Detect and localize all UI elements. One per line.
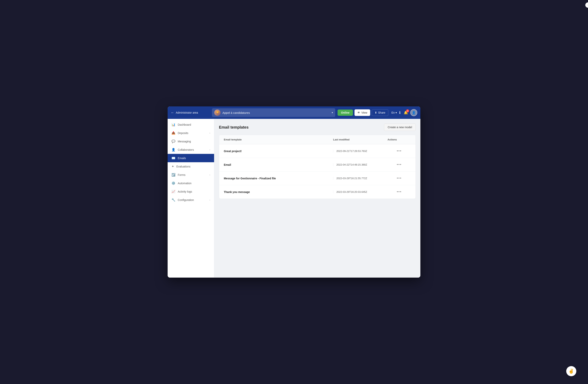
emails-icon: ✉️ (171, 156, 175, 160)
chat-bubble[interactable]: ✌️ (566, 366, 576, 376)
dashboard-icon: 📊 (171, 123, 175, 127)
project-name: Appel à candidatures (222, 111, 250, 114)
sidebar-item-label: Forms (178, 173, 186, 176)
last-modified: 2022-04-22T14:48:15.380Z (333, 163, 388, 166)
activity-logs-icon: 📈 (171, 190, 175, 193)
share-button[interactable]: ⬆ Share (372, 109, 388, 116)
sidebar-item-label: Emails (178, 157, 186, 160)
last-modified: 2022-09-21T17:26:53.763Z (333, 149, 388, 152)
email-templates-table: Email template Last modified Actions Gre… (219, 135, 416, 199)
template-name: Message for Gestionnaire - Finalized fil… (224, 177, 333, 180)
row-actions: ••• (388, 162, 411, 168)
sidebar-item-forms[interactable]: ☑️ Forms › (168, 171, 214, 179)
share-icon: ⬆ (375, 111, 377, 114)
template-name: Email (224, 163, 333, 166)
sidebar-item-label: Deposits (178, 131, 188, 135)
chevron-right-icon: › (210, 173, 210, 176)
user-avatar[interactable]: 👤 (410, 109, 417, 116)
online-button[interactable]: Online (337, 109, 353, 116)
table-row: Email 2022-04-22T14:48:15.380Z ••• (219, 158, 416, 171)
sidebar-item-emails[interactable]: ✉️ Emails (168, 154, 214, 162)
view-label: View (361, 111, 367, 114)
info-button[interactable]: ℹ (399, 110, 401, 116)
row-actions: ••• (388, 189, 411, 195)
sidebar-item-label: Collaborators (178, 148, 194, 151)
sidebar-item-label: Automation (178, 182, 191, 185)
page-title: Email templates (219, 125, 249, 129)
back-icon[interactable]: ← (171, 111, 174, 115)
actions-dots-button[interactable]: ••• (395, 162, 403, 168)
eye-icon: 👁 (357, 111, 360, 114)
actions-dots-button[interactable]: ••• (395, 189, 403, 195)
sidebar-item-automation[interactable]: ⚙️ Automation (168, 179, 214, 187)
actions-column-header: Actions (388, 138, 411, 141)
create-new-model-button[interactable]: Create a new model (384, 124, 416, 131)
sidebar-item-label: Messaging (178, 140, 191, 143)
sidebar-item-dashboard[interactable]: 📊 Dashboard (168, 120, 214, 129)
main-layout: ‹ 📊 Dashboard 📥 Deposits › 💬 Messaging 👤… (168, 119, 420, 277)
sidebar-item-collaborators[interactable]: 👤 Collaborators › (168, 146, 214, 154)
automation-icon: ⚙️ (171, 181, 175, 185)
last-modified: 2022-03-29T16:20:33.645Z (333, 191, 388, 193)
modified-column-header: Last modified (333, 138, 388, 141)
chat-bubble-emoji: ✌️ (568, 368, 574, 374)
notification-badge: 6 (406, 109, 409, 112)
sidebar-item-label: Dashboard (178, 123, 191, 126)
sidebar-item-evaluations[interactable]: ✦ Evaluations (168, 162, 214, 171)
table-header-row: Email template Last modified Actions (219, 135, 416, 144)
chevron-right-icon: › (210, 199, 210, 201)
template-name: Thank you message (224, 191, 333, 193)
collaborators-icon: 👤 (171, 148, 175, 151)
top-bar: ← Administrator area 🏆 Appel à candidatu… (168, 107, 420, 119)
admin-area-label: Administrator area (176, 111, 198, 114)
lang-chevron-icon: ▾ (396, 111, 397, 114)
row-actions: ••• (388, 148, 411, 154)
sidebar-item-messaging[interactable]: 💬 Messaging (168, 137, 214, 146)
sidebar-item-deposits[interactable]: 📥 Deposits › (168, 129, 214, 137)
sidebar-item-label: Activity logs (178, 190, 192, 193)
deposits-icon: 📥 (171, 131, 175, 135)
language-selector[interactable]: En ▾ (391, 111, 397, 114)
admin-area-section: ← Administrator area (171, 111, 210, 115)
last-modified: 2022-03-29T16:21:55.772Z (333, 177, 388, 180)
table-row: Great project! 2022-09-21T17:26:53.763Z … (219, 144, 416, 158)
table-row: Thank you message 2022-03-29T16:20:33.64… (219, 185, 416, 199)
notifications-button[interactable]: 🔔 6 (403, 110, 409, 116)
actions-dots-button[interactable]: ••• (395, 148, 403, 154)
chevron-right-icon: › (210, 149, 210, 151)
sidebar-item-label: Evaluations (176, 165, 190, 168)
chevron-right-icon: › (210, 132, 210, 134)
content-header: Email templates Create a new model (219, 124, 416, 131)
table-row: Message for Gestionnaire - Finalized fil… (219, 171, 416, 185)
evaluations-icon: ✦ (171, 165, 174, 168)
sidebar: ‹ 📊 Dashboard 📥 Deposits › 💬 Messaging 👤… (168, 119, 214, 277)
row-actions: ••• (388, 175, 411, 181)
configuration-icon: 🔧 (171, 198, 175, 202)
view-button[interactable]: 👁 View (355, 109, 370, 116)
forms-icon: ☑️ (171, 173, 175, 177)
project-avatar: 🏆 (214, 109, 221, 116)
sidebar-item-label: Configuration (178, 198, 194, 202)
share-label: Share (378, 111, 385, 114)
chevron-down-icon: ▾ (332, 111, 333, 114)
lang-label: En (391, 111, 395, 114)
sidebar-item-configuration[interactable]: 🔧 Configuration › (168, 196, 214, 204)
template-column-header: Email template (224, 138, 333, 141)
project-selector[interactable]: 🏆 Appel à candidatures ▾ (212, 108, 335, 117)
content-area: Email templates Create a new model Email… (214, 119, 420, 277)
template-name: Great project! (224, 149, 333, 153)
user-icon: 👤 (412, 111, 416, 115)
actions-dots-button[interactable]: ••• (395, 175, 403, 181)
sidebar-item-activity-logs[interactable]: 📈 Activity logs (168, 187, 214, 196)
messaging-icon: 💬 (171, 139, 175, 143)
top-bar-actions: Online 👁 View ⬆ Share En ▾ ℹ 🔔 6 👤 (337, 109, 417, 116)
